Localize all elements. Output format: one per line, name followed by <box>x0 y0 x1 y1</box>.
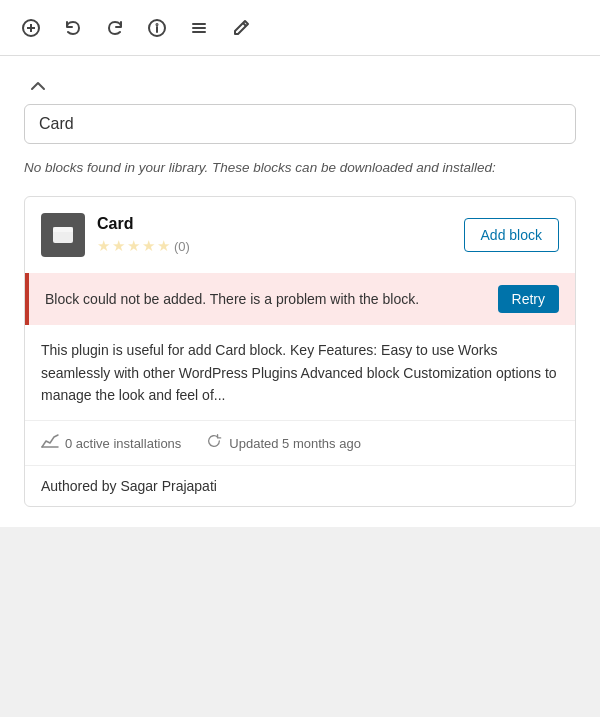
list-icon[interactable] <box>184 13 214 43</box>
plugin-card: Card ★ ★ ★ ★ ★ (0) Add block Blo <box>24 196 576 507</box>
info-icon[interactable] <box>142 13 172 43</box>
plugin-icon-wrapper: Card ★ ★ ★ ★ ★ (0) <box>41 213 190 257</box>
error-banner: Block could not be added. There is a pro… <box>25 273 575 325</box>
stars-row: ★ ★ ★ ★ ★ (0) <box>97 237 190 255</box>
redo-icon[interactable] <box>100 13 130 43</box>
no-blocks-message: No blocks found in your library. These b… <box>24 158 576 178</box>
updated-stat: Updated 5 months ago <box>205 433 361 453</box>
plugin-author: Authored by Sagar Prajapati <box>25 465 575 506</box>
star-3: ★ <box>127 237 140 255</box>
add-block-button[interactable]: Add block <box>464 218 559 252</box>
svg-line-9 <box>243 23 246 26</box>
retry-button[interactable]: Retry <box>498 285 559 313</box>
search-input[interactable] <box>24 104 576 144</box>
add-icon[interactable] <box>16 13 46 43</box>
chart-icon <box>41 433 59 453</box>
panel-wrapper: No blocks found in your library. These b… <box>0 56 600 527</box>
active-installations-stat: 0 active installations <box>41 433 181 453</box>
ratings-count: (0) <box>174 239 190 254</box>
plugin-icon <box>41 213 85 257</box>
star-1: ★ <box>97 237 110 255</box>
plugin-meta: Card ★ ★ ★ ★ ★ (0) <box>97 215 190 255</box>
updated-text: Updated 5 months ago <box>229 436 361 451</box>
main-content: No blocks found in your library. These b… <box>0 56 600 527</box>
plugin-stats: 0 active installations Updated 5 months … <box>25 420 575 465</box>
plugin-description: This plugin is useful for add Card block… <box>25 325 575 420</box>
plugin-name: Card <box>97 215 190 233</box>
chevron-up-icon[interactable] <box>28 76 48 96</box>
refresh-icon <box>205 433 223 453</box>
edit-icon[interactable] <box>226 13 256 43</box>
svg-point-5 <box>157 24 158 25</box>
star-5: ★ <box>157 237 170 255</box>
svg-rect-11 <box>53 227 73 232</box>
active-installations-text: 0 active installations <box>65 436 181 451</box>
star-4: ★ <box>142 237 155 255</box>
error-text: Block could not be added. There is a pro… <box>45 291 488 307</box>
plugin-card-header: Card ★ ★ ★ ★ ★ (0) Add block <box>25 197 575 273</box>
undo-icon[interactable] <box>58 13 88 43</box>
toolbar <box>0 0 600 56</box>
star-2: ★ <box>112 237 125 255</box>
